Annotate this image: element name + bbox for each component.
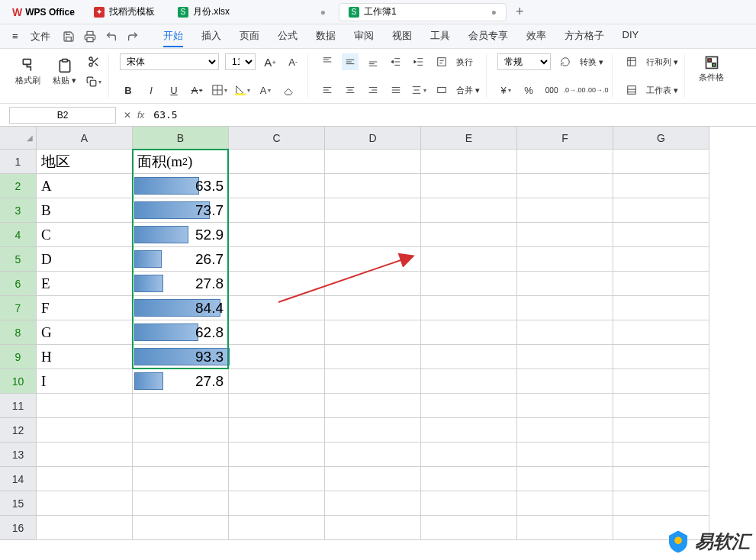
cell[interactable]: F xyxy=(37,296,133,320)
cell[interactable] xyxy=(421,491,517,516)
cell[interactable] xyxy=(325,394,421,418)
cancel-icon[interactable]: ✕ xyxy=(124,110,131,121)
cell[interactable] xyxy=(325,198,421,223)
cell[interactable] xyxy=(325,320,421,345)
italic-button[interactable]: I xyxy=(143,82,159,98)
align-justify-button[interactable] xyxy=(388,82,404,98)
cell[interactable] xyxy=(517,272,613,296)
cell[interactable] xyxy=(37,491,133,516)
cell[interactable] xyxy=(517,320,613,345)
cell[interactable] xyxy=(517,150,613,174)
cell[interactable] xyxy=(613,418,709,443)
cell[interactable] xyxy=(613,345,709,369)
save-icon[interactable] xyxy=(63,31,75,43)
row-header[interactable]: 3 xyxy=(0,198,37,223)
cell[interactable] xyxy=(517,394,613,418)
cell[interactable] xyxy=(325,223,421,247)
menu-efficiency[interactable]: 效率 xyxy=(526,26,546,47)
cell[interactable] xyxy=(325,272,421,296)
cell[interactable] xyxy=(325,174,421,198)
cell[interactable] xyxy=(517,296,613,320)
align-bottom-button[interactable] xyxy=(365,53,381,70)
cell[interactable] xyxy=(37,418,133,443)
cell[interactable] xyxy=(325,369,421,394)
cell[interactable] xyxy=(613,320,709,345)
menu-toggle-icon[interactable]: ≡ xyxy=(12,31,18,42)
row-header[interactable]: 8 xyxy=(0,320,37,345)
row-header[interactable]: 6 xyxy=(0,272,37,296)
number-format-select[interactable]: 常规 xyxy=(497,53,551,70)
cell[interactable] xyxy=(133,418,229,443)
cell[interactable]: C xyxy=(37,223,133,247)
menu-start[interactable]: 开始 xyxy=(163,26,183,47)
underline-button[interactable]: U xyxy=(166,82,182,98)
col-header[interactable]: B xyxy=(133,127,229,150)
cell[interactable] xyxy=(325,345,421,369)
cell[interactable] xyxy=(613,394,709,418)
cell[interactable] xyxy=(325,247,421,272)
cell[interactable] xyxy=(421,174,517,198)
redo-icon[interactable] xyxy=(127,31,139,43)
row-header[interactable]: 13 xyxy=(0,443,37,467)
file-menu[interactable]: 文件 xyxy=(31,30,50,43)
select-all-corner[interactable] xyxy=(0,127,37,150)
cell[interactable] xyxy=(421,516,517,540)
menu-insert[interactable]: 插入 xyxy=(201,26,221,47)
bold-button[interactable]: B xyxy=(120,82,137,98)
cut-button[interactable] xyxy=(85,53,102,70)
print-icon[interactable] xyxy=(84,31,96,43)
row-header[interactable]: 14 xyxy=(0,467,37,491)
cell[interactable]: I xyxy=(37,369,133,394)
cell[interactable] xyxy=(421,443,517,467)
cell-databar[interactable]: 26.7 xyxy=(133,247,229,272)
row-header[interactable]: 9 xyxy=(0,345,37,369)
cell[interactable] xyxy=(613,174,709,198)
menu-tools[interactable]: 工具 xyxy=(430,26,450,47)
cell[interactable] xyxy=(421,272,517,296)
cell[interactable] xyxy=(517,223,613,247)
cell[interactable] xyxy=(37,516,133,540)
cell[interactable] xyxy=(517,443,613,467)
strikethrough-button[interactable]: A xyxy=(188,82,205,98)
font-name-select[interactable]: 宋体 xyxy=(120,53,219,70)
row-header[interactable]: 5 xyxy=(0,247,37,272)
border-button[interactable] xyxy=(211,82,228,98)
cell[interactable] xyxy=(517,198,613,223)
distribute-button[interactable] xyxy=(410,82,427,98)
cell[interactable] xyxy=(613,272,709,296)
menu-page[interactable]: 页面 xyxy=(240,26,259,47)
row-header[interactable]: 1 xyxy=(0,150,37,174)
comma-button[interactable]: 000 xyxy=(543,82,560,98)
tab-workbook-1[interactable]: S 月份.xlsx ● xyxy=(168,3,336,21)
row-header[interactable]: 4 xyxy=(0,223,37,247)
decrease-indent-button[interactable] xyxy=(388,53,404,70)
cell[interactable] xyxy=(517,369,613,394)
cell[interactable] xyxy=(229,174,325,198)
cell[interactable] xyxy=(133,516,229,540)
col-header[interactable]: A xyxy=(37,127,133,150)
cell[interactable]: 面积(m2) xyxy=(133,150,229,174)
cell[interactable] xyxy=(229,320,325,345)
cell[interactable] xyxy=(421,150,517,174)
cell-databar[interactable]: 27.8 xyxy=(133,272,229,296)
cell[interactable] xyxy=(229,223,325,247)
cell[interactable] xyxy=(133,491,229,516)
cell[interactable] xyxy=(229,443,325,467)
percent-button[interactable]: % xyxy=(520,82,537,98)
font-color-button[interactable]: A xyxy=(257,82,274,98)
cell[interactable] xyxy=(421,418,517,443)
cell[interactable] xyxy=(421,394,517,418)
conditional-format-button[interactable]: 条件格 xyxy=(696,53,727,85)
cell[interactable]: H xyxy=(37,345,133,369)
col-header[interactable]: F xyxy=(517,127,613,150)
worksheet-button[interactable] xyxy=(623,82,640,98)
col-header[interactable]: E xyxy=(421,127,517,150)
col-header[interactable]: D xyxy=(325,127,421,150)
cell[interactable] xyxy=(229,296,325,320)
cell[interactable] xyxy=(421,296,517,320)
decrease-decimal-button[interactable]: .00→.0 xyxy=(589,82,606,98)
row-header[interactable]: 10 xyxy=(0,369,37,394)
cell[interactable] xyxy=(613,467,709,491)
cell[interactable] xyxy=(325,491,421,516)
cell[interactable] xyxy=(421,369,517,394)
